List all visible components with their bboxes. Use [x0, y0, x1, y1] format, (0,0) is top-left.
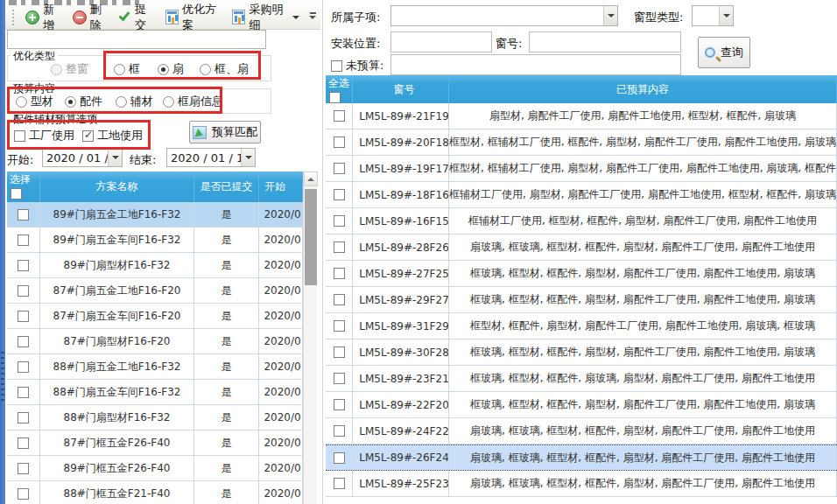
- row-checkbox[interactable]: [334, 373, 345, 384]
- window-table-row[interactable]: LM5L-89#-22F20 框玻璃, 框型材, 框配件, 扇型材, 扇配件工厂…: [326, 392, 837, 418]
- window-table-row[interactable]: LM5L-89#-24F22 扇玻璃, 框玻璃, 框型材, 框配件, 扇型材, …: [326, 418, 837, 444]
- window-table-row[interactable]: LM5L-89#-25F23 扇玻璃, 框玻璃, 框型材, 框配件, 扇型材, …: [326, 471, 837, 497]
- plan-table-row[interactable]: 87#门扇型材F16-F20 是 2020/0: [7, 329, 303, 354]
- toolbar-overflow-button[interactable]: [306, 9, 319, 26]
- radio-sash[interactable]: 扇: [158, 61, 184, 77]
- unbudgeted-checkbox[interactable]: 未预算:: [331, 58, 383, 74]
- plan-table-row[interactable]: 88#门扇五金车间F16-F32 是 2020/0: [7, 380, 303, 405]
- row-checkbox[interactable]: [334, 268, 345, 279]
- row-checkbox[interactable]: [334, 478, 345, 489]
- window-table-header: 全选 窗号 已预算内容: [326, 75, 837, 103]
- scroll-up-button[interactable]: [304, 172, 318, 186]
- row-checkbox[interactable]: [18, 336, 29, 347]
- unbudgeted-input[interactable]: [390, 54, 681, 75]
- window-table-row[interactable]: LM5L-89#-16F15 框辅材工厂使用, 框型材, 框配件, 扇型材, 扇…: [326, 208, 837, 234]
- row-checkbox[interactable]: [334, 163, 345, 174]
- checkbox-factory-use[interactable]: 工厂使用: [14, 128, 74, 144]
- radio-icon-checked: [65, 96, 76, 108]
- radio-auxiliary[interactable]: 辅材: [116, 94, 153, 109]
- row-checkbox[interactable]: [18, 234, 29, 246]
- splitter-grip[interactable]: [1, 352, 4, 404]
- select-all-plans-checkbox[interactable]: [11, 188, 22, 200]
- checkbox-icon: [331, 60, 342, 72]
- window-table-row[interactable]: LM5L-89#-31F29 框型材, 框配件, 扇型材, 扇配件工厂使用, 扇…: [326, 313, 837, 340]
- start-date-cell: 2020/0: [259, 456, 303, 480]
- window-table-row[interactable]: LM5L-89#-23F21 框玻璃, 框型材, 框配件, 扇玻璃, 扇型材, …: [326, 366, 837, 392]
- window-table-row[interactable]: LM5L-89#-18F16 框辅材工厂使用, 扇型材, 扇配件工厂使用, 扇配…: [326, 182, 837, 208]
- row-checkbox[interactable]: [334, 110, 345, 122]
- row-checkbox[interactable]: [334, 399, 345, 410]
- row-checkbox[interactable]: [18, 488, 29, 500]
- plan-table-row[interactable]: 87#门扇五金车间F16-F20 是 2020/0: [7, 304, 303, 329]
- plan-table-row[interactable]: 88#门框五金F21-F40 是 2020/0: [7, 481, 303, 504]
- row-checkbox[interactable]: [18, 361, 29, 373]
- scrollbar-thumb[interactable]: [305, 189, 317, 285]
- row-checkbox[interactable]: [334, 425, 345, 437]
- row-checkbox[interactable]: [18, 285, 29, 297]
- budget-match-button[interactable]: 预算匹配: [189, 121, 261, 144]
- window-no-input[interactable]: [529, 32, 681, 52]
- window-table-row[interactable]: LM5L-89#-28F26 扇玻璃, 框玻璃, 框型材, 框配件, 扇型材, …: [326, 234, 837, 261]
- window-type-dropdown-button[interactable]: [719, 6, 733, 25]
- row-checkbox[interactable]: [18, 260, 29, 271]
- row-checkbox[interactable]: [18, 209, 29, 220]
- window-type-combobox[interactable]: [692, 5, 734, 26]
- start-date-dropdown-button[interactable]: [108, 149, 122, 166]
- select-all-column-header: 全选: [328, 76, 349, 91]
- window-table-row[interactable]: LM5L-89#-26F24 扇玻璃, 框玻璃, 框型材, 框配件, 扇型材, …: [326, 444, 837, 471]
- row-checkbox[interactable]: [334, 242, 345, 253]
- plan-table-scrollbar[interactable]: [303, 172, 317, 504]
- window-table-row[interactable]: LM5L-89#-30F28 框玻璃, 框型材, 框配件, 扇型材, 扇配件工厂…: [326, 340, 837, 366]
- plan-table-row[interactable]: 88#门扇五金工地F16-F32 是 2020/0: [7, 354, 303, 380]
- row-checkbox[interactable]: [334, 320, 345, 332]
- sub-item-dropdown-button[interactable]: [603, 6, 617, 25]
- window-table-row[interactable]: LM5L-89#-21F19 扇型材, 扇配件工厂使用, 扇配件工地使用, 框型…: [326, 103, 837, 130]
- row-checkbox[interactable]: [334, 189, 345, 200]
- end-date-picker[interactable]: 2020 / 01 / 13: [166, 148, 256, 167]
- toolbar-grip[interactable]: [12, 10, 15, 25]
- radio-frame[interactable]: 框: [114, 61, 140, 77]
- plan-table-row[interactable]: 89#门扇五金车间F16-F32 是 2020/0: [7, 228, 303, 253]
- window-no-cell: LM5L-89#-29F27: [353, 287, 449, 312]
- plan-table-row[interactable]: 88#门扇型材F16-F32 是 2020/0: [7, 405, 303, 430]
- plan-table-row[interactable]: 87#门扇五金工地F16-F20 是 2020/0: [7, 278, 303, 304]
- plan-table-row[interactable]: 87#门框五金F26-F40 是 2020/0: [7, 430, 303, 456]
- row-checkbox[interactable]: [18, 412, 29, 424]
- window-table-row[interactable]: LM5L-89#-19F17 框型材, 框辅材工厂使用, 扇型材, 扇配件工厂使…: [326, 156, 837, 182]
- row-checkbox[interactable]: [18, 387, 29, 398]
- checkbox-site-use[interactable]: 工地使用: [82, 128, 143, 144]
- row-checkbox[interactable]: [334, 452, 345, 464]
- row-checkbox[interactable]: [18, 311, 29, 322]
- install-position-input[interactable]: [390, 32, 492, 52]
- window-table-row[interactable]: LM5L-89#-20F18 框型材, 框辅材工厂使用, 框配件, 扇型材, 扇…: [326, 130, 837, 156]
- plan-table-row[interactable]: 89#门框五金F26-F40 是 2020/0: [7, 456, 303, 481]
- radio-frame-sash[interactable]: 框、扇: [200, 61, 249, 77]
- budgeted-content-cell: 框玻璃, 框型材, 框配件, 扇型材, 扇配件工厂使用, 扇配件工地使用, 扇玻…: [449, 287, 837, 312]
- window-table-row[interactable]: LM5L-89#-27F25 框玻璃, 框型材, 框配件, 扇型材, 扇配件工厂…: [326, 261, 837, 287]
- start-date-cell: 2020/0: [259, 481, 303, 504]
- radio-profile[interactable]: 型材: [16, 94, 53, 109]
- row-checkbox[interactable]: [18, 463, 29, 474]
- plan-filter-input[interactable]: [7, 30, 266, 49]
- row-checkbox[interactable]: [334, 136, 345, 148]
- row-checkbox[interactable]: [334, 294, 345, 305]
- plan-table-row[interactable]: 89#门扇五金工地F16-F32 是 2020/0: [7, 202, 303, 228]
- sub-item-combobox[interactable]: [390, 5, 618, 26]
- budgeted-content-cell: 扇玻璃, 框玻璃, 框型材, 框配件, 扇型材, 扇配件工厂使用, 扇配件工地使…: [449, 418, 837, 444]
- row-checkbox[interactable]: [334, 215, 345, 227]
- window-table-row[interactable]: LM5L-89#-29F27 框玻璃, 框型材, 框配件, 扇型材, 扇配件工厂…: [326, 287, 837, 313]
- start-date-picker[interactable]: 2020 / 01 / 1: [42, 148, 123, 167]
- checkmark-icon: [119, 10, 130, 22]
- spreadsheet-icon: [232, 10, 245, 24]
- radio-accessory[interactable]: 配件: [65, 94, 102, 109]
- end-date-dropdown-button[interactable]: [241, 149, 255, 166]
- query-button[interactable]: 查询: [698, 37, 750, 68]
- toolbar: 新增 删除 提交 优化方案 采购明细: [5, 5, 320, 30]
- row-checkbox[interactable]: [334, 346, 345, 358]
- select-all-windows-checkbox[interactable]: [329, 92, 341, 103]
- row-checkbox[interactable]: [18, 438, 29, 449]
- radio-frame-sash-info[interactable]: 框扇信息: [163, 94, 223, 109]
- caret-down-icon: [245, 156, 252, 163]
- plan-table-row[interactable]: 89#门扇型材F16-F32 是 2020/0: [7, 253, 303, 278]
- window-no-cell: LM5L-89#-19F17: [353, 156, 449, 181]
